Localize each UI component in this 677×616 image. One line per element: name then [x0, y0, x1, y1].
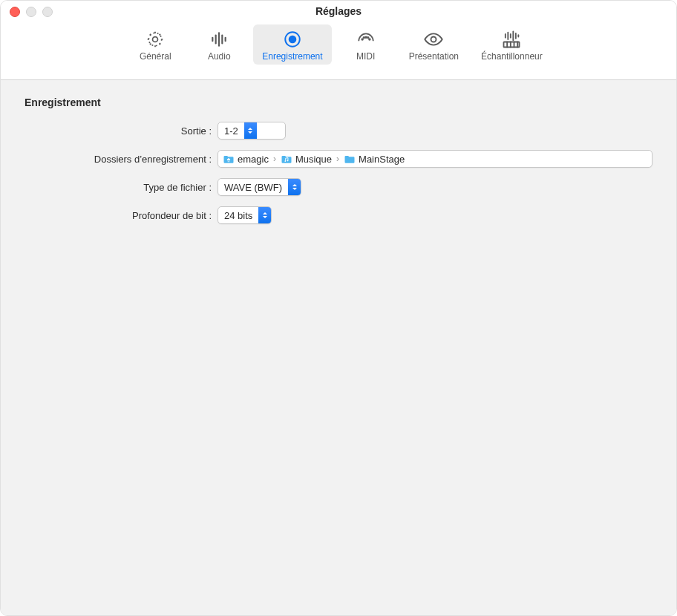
- tab-label: Enregistrement: [262, 51, 322, 62]
- row-filetype: Type de fichier : WAVE (BWF): [24, 178, 653, 196]
- stepper-icon: [288, 179, 301, 195]
- bitdepth-value: 24 bits: [218, 210, 258, 221]
- svg-point-26: [284, 160, 286, 162]
- tab-label: MIDI: [356, 51, 375, 62]
- svg-point-0: [153, 37, 158, 42]
- tab-general[interactable]: Général: [125, 24, 185, 65]
- svg-point-27: [287, 160, 289, 161]
- sampler-icon: [501, 29, 522, 50]
- tab-label: Échantillonneur: [481, 51, 543, 62]
- tab-sampler[interactable]: Échantillonneur: [472, 24, 552, 65]
- label-filetype: Type de fichier :: [24, 182, 218, 193]
- output-select[interactable]: 1-2: [218, 122, 286, 140]
- midi-icon: [356, 29, 376, 50]
- content-pane: Enregistrement Sortie : 1-2 Dossiers d’e…: [1, 80, 676, 615]
- path-crumb-home[interactable]: emagic: [223, 154, 269, 165]
- label-output: Sortie :: [24, 125, 218, 137]
- tab-presentation[interactable]: Présentation: [400, 24, 468, 65]
- label-folders: Dossiers d’enregistrement :: [24, 154, 218, 165]
- tab-label: Général: [140, 51, 171, 62]
- crumb-label: emagic: [238, 154, 269, 165]
- fullscreen-window-button[interactable]: [42, 7, 53, 17]
- svg-point-12: [363, 37, 364, 39]
- crumb-label: Musique: [295, 154, 332, 165]
- svg-point-11: [369, 39, 370, 40]
- eye-icon: [423, 29, 444, 50]
- record-icon: [282, 29, 303, 50]
- close-window-button[interactable]: [10, 7, 20, 17]
- path-crumb-mainstage[interactable]: MainStage: [344, 154, 405, 165]
- svg-point-13: [367, 37, 368, 39]
- gear-icon: [145, 29, 166, 50]
- tab-recording[interactable]: Enregistrement: [253, 24, 331, 65]
- label-bitdepth: Profondeur de bit :: [24, 210, 218, 221]
- svg-point-10: [365, 36, 367, 38]
- minimize-window-button[interactable]: [26, 7, 36, 17]
- filetype-select[interactable]: WAVE (BWF): [218, 178, 301, 196]
- titlebar: Réglages: [1, 1, 676, 22]
- toolbar-tabs: Général Audio Enregistrement: [1, 22, 676, 80]
- home-folder-icon: [223, 154, 235, 164]
- svg-point-14: [431, 37, 436, 42]
- tab-label: Audio: [208, 51, 231, 62]
- path-crumb-music[interactable]: Musique: [281, 154, 332, 165]
- chevron-right-icon: ›: [273, 154, 276, 164]
- waveform-icon: [209, 29, 229, 50]
- crumb-label: MainStage: [359, 154, 405, 165]
- stepper-icon: [258, 207, 271, 223]
- row-output: Sortie : 1-2: [24, 122, 653, 140]
- music-folder-icon: [281, 154, 292, 164]
- stepper-icon: [244, 122, 257, 139]
- chevron-right-icon: ›: [336, 154, 339, 164]
- window-title: Réglages: [315, 5, 362, 17]
- row-folders: Dossiers d’enregistrement : emagic › Mus…: [24, 150, 653, 168]
- recording-folder-path[interactable]: emagic › Musique › MainStage: [218, 150, 653, 168]
- svg-point-9: [362, 39, 363, 40]
- section-title: Enregistrement: [24, 96, 653, 108]
- bitdepth-select[interactable]: 24 bits: [218, 206, 272, 224]
- tab-label: Présentation: [409, 51, 459, 62]
- folder-icon: [344, 154, 356, 164]
- traffic-lights: [10, 7, 53, 17]
- tab-midi[interactable]: MIDI: [336, 24, 396, 65]
- filetype-value: WAVE (BWF): [218, 182, 288, 193]
- output-value: 1-2: [218, 125, 244, 137]
- svg-point-8: [290, 36, 296, 43]
- row-bitdepth: Profondeur de bit : 24 bits: [24, 206, 653, 224]
- tab-audio[interactable]: Audio: [189, 24, 249, 65]
